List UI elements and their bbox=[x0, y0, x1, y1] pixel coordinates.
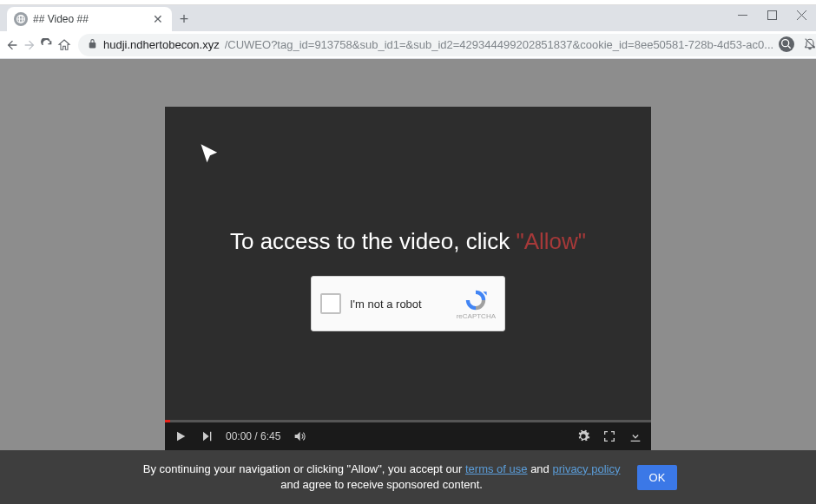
tab-strip: ## Video ## ✕ + bbox=[0, 5, 816, 31]
new-tab-button[interactable]: + bbox=[172, 7, 196, 31]
page-content: To access to the video, click "Allow" I'… bbox=[0, 59, 816, 504]
cookie-t1: By continuing your navigation or clickin… bbox=[143, 462, 465, 475]
time-display: 00:00 / 6:45 bbox=[226, 430, 280, 442]
player-controls: 00:00 / 6:45 bbox=[165, 422, 651, 450]
settings-gear-icon[interactable] bbox=[576, 429, 590, 443]
url-host: hudji.ndhertobecon.xyz bbox=[103, 38, 220, 51]
recaptcha-box[interactable]: I'm not a robot reCAPTCHA bbox=[311, 276, 505, 331]
fullscreen-icon[interactable] bbox=[602, 429, 616, 443]
privacy-link[interactable]: privacy policy bbox=[552, 462, 620, 475]
download-icon[interactable] bbox=[628, 429, 642, 443]
browser-toolbar: hudji.ndhertobecon.xyz/CUWEO?tag_id=9137… bbox=[0, 31, 816, 59]
zoom-badge-icon[interactable] bbox=[779, 36, 794, 52]
reload-button[interactable] bbox=[40, 33, 54, 57]
svg-point-2 bbox=[782, 40, 789, 47]
video-player: To access to the video, click "Allow" I'… bbox=[165, 107, 651, 450]
overlay-allow: "Allow" bbox=[516, 228, 586, 254]
play-icon[interactable] bbox=[174, 429, 188, 443]
next-icon[interactable] bbox=[200, 429, 214, 443]
cookie-consent-bar: By continuing your navigation or clickin… bbox=[0, 450, 816, 504]
browser-tab[interactable]: ## Video ## ✕ bbox=[7, 7, 172, 31]
overlay-prefix: To access to the video, click bbox=[230, 228, 516, 254]
lock-icon bbox=[87, 38, 98, 52]
cookie-t2: and agree to receive sponsored content. bbox=[280, 478, 483, 491]
recaptcha-brand: reCAPTCHA bbox=[457, 312, 496, 320]
maximize-button[interactable] bbox=[757, 0, 786, 29]
recaptcha-logo: reCAPTCHA bbox=[457, 288, 496, 320]
cookie-and: and bbox=[528, 462, 553, 475]
close-tab-icon[interactable]: ✕ bbox=[151, 12, 165, 26]
tab-title: ## Video ## bbox=[33, 13, 146, 25]
url-path: /CUWEO?tag_id=913758&sub_id1=&sub_id2=42… bbox=[225, 38, 773, 51]
recaptcha-checkbox[interactable] bbox=[320, 293, 341, 314]
svg-rect-1 bbox=[767, 10, 776, 19]
terms-link[interactable]: terms of use bbox=[465, 462, 528, 475]
forward-button[interactable] bbox=[23, 33, 36, 57]
notifications-muted-icon[interactable] bbox=[803, 36, 816, 53]
home-button[interactable] bbox=[57, 33, 71, 57]
minimize-button[interactable] bbox=[727, 0, 757, 29]
volume-icon[interactable] bbox=[293, 429, 306, 443]
cursor-icon bbox=[198, 141, 222, 171]
svg-rect-0 bbox=[738, 15, 747, 16]
ok-button[interactable]: OK bbox=[637, 465, 678, 490]
window-controls bbox=[727, 0, 816, 29]
cookie-text: By continuing your navigation or clickin… bbox=[139, 461, 625, 493]
back-button[interactable] bbox=[5, 33, 19, 57]
address-bar[interactable]: hudji.ndhertobecon.xyz/CUWEO?tag_id=9137… bbox=[78, 34, 816, 56]
globe-icon bbox=[14, 12, 28, 26]
close-window-button[interactable] bbox=[786, 0, 816, 29]
recaptcha-label: I'm not a robot bbox=[350, 298, 448, 311]
overlay-message: To access to the video, click "Allow" bbox=[165, 228, 651, 255]
